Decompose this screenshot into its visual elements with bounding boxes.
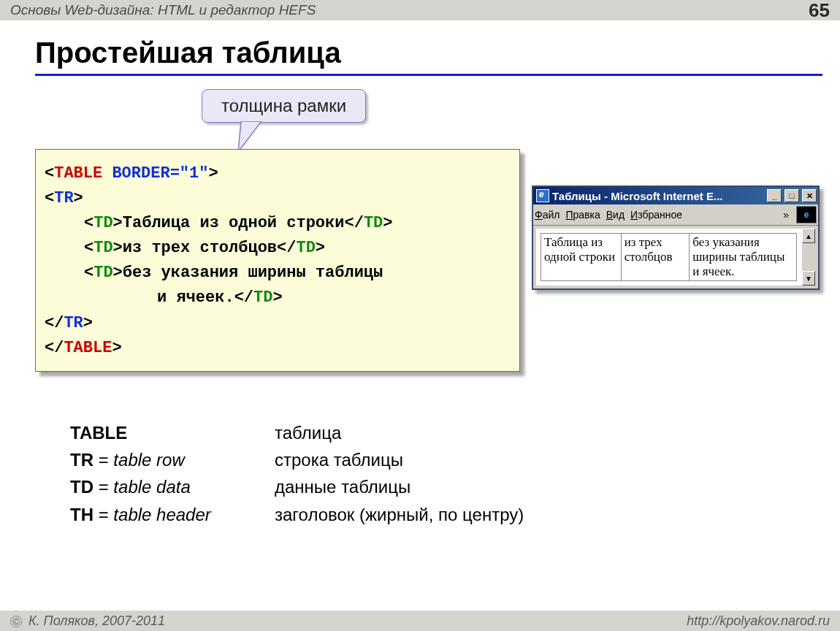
list-item: TABLE таблица [70,419,524,446]
window-titlebar: Таблицы - Microsoft Internet E... _ □ ✕ [533,187,818,204]
breadcrumb: Основы Web-дизайна: HTML и редактор HEFS [10,2,316,18]
callout-bubble: толщина рамки [202,89,366,123]
menu-overflow-icon[interactable]: » [782,209,790,221]
code-tag: TABLE [54,164,102,183]
scroll-down-icon[interactable]: ▼ [802,271,815,286]
table-cell: Таблица из одной строки [541,234,622,281]
code-text: и ячеек. [157,288,234,307]
window-title: Таблицы - Microsoft Internet E... [552,190,764,202]
code-tag: TD [93,264,112,282]
menu-favorites[interactable]: Избранное [630,209,682,221]
scrollbar[interactable]: ▲ ▼ [801,229,815,286]
menu-edit[interactable]: Правка [565,209,600,221]
code-text: Таблица из одной строки [123,214,345,232]
ie-logo-icon [536,189,549,202]
scroll-up-icon[interactable]: ▲ [802,229,815,243]
browser-preview: Таблицы - Microsoft Internet E... _ □ ✕ … [532,186,820,290]
browser-viewport: Таблица из одной строки из трех столбцов… [536,229,801,286]
copyright: © К. Поляков, 2007-2011 [10,613,165,629]
code-tag: TD [93,214,112,232]
code-block: <TABLE BORDER="1"> <TR> <TD>Таблица из о… [35,149,520,372]
svg-marker-0 [238,121,261,152]
list-item: TR = table row строка таблицы [70,446,524,473]
minimize-button[interactable]: _ [767,189,782,202]
maximize-button[interactable]: □ [784,189,799,202]
table-cell: из трех столбцов [621,234,690,281]
table-cell: без указания ширины таблицы и ячеек. [690,234,797,281]
close-button[interactable]: ✕ [802,189,817,202]
code-tag: TR [64,314,83,332]
menu-view[interactable]: Вид [606,209,625,221]
definitions-list: TABLE таблица TR = table row строка табл… [70,419,524,528]
table-row: Таблица из одной строки из трех столбцов… [541,234,797,281]
rendered-table: Таблица из одной строки из трех столбцов… [541,233,797,281]
header-bar: Основы Web-дизайна: HTML и редактор HEFS… [0,0,840,20]
ie-throbber-icon: e [796,206,817,223]
page-number: 65 [809,0,830,22]
footer-bar: © К. Поляков, 2007-2011 http://kpolyakov… [0,611,840,631]
list-item: TH = table header заголовок (жирный, по … [70,501,524,528]
code-tag: TABLE [64,339,112,357]
code-text: из трех столбцов [123,239,277,257]
code-text: без указания ширины таблицы [123,264,383,282]
page-title: Простейшая таблица [35,37,840,69]
browser-menubar: Файл Правка Вид Избранное » e [533,204,818,226]
list-item: TD = table data данные таблицы [70,473,524,500]
code-attr: BORDER="1" [102,164,208,183]
title-underline [35,74,822,76]
menu-file[interactable]: Файл [535,209,560,221]
footer-url: http://kpolyakov.narod.ru [687,613,830,629]
copyright-icon: © [10,616,22,627]
code-tag: TR [54,189,73,207]
code-tag: TD [93,239,112,257]
